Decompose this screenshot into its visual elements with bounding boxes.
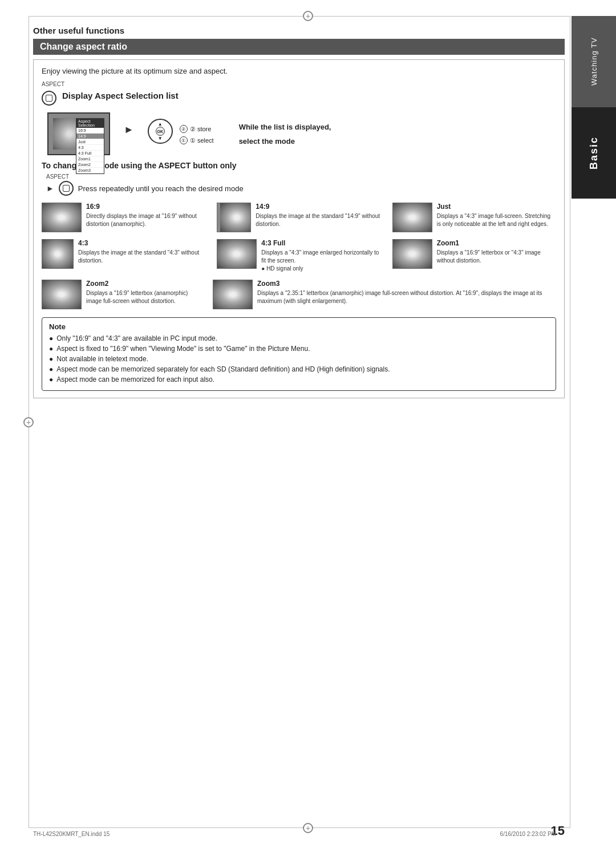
- mode-info-zoom3: Zoom3 Displays a "2.35:1" letterbox (ana…: [257, 280, 556, 305]
- mode-thumb-169: [42, 203, 82, 232]
- mode-desc-149: Displays the image at the standard "14:9…: [256, 212, 380, 228]
- menu-item-169: 16:9: [76, 128, 104, 134]
- page-border-bottom: [29, 827, 570, 828]
- footer-right: 6/16/2010 2:23:02 PM: [500, 831, 556, 837]
- intro-text: Enjoy viewing the picture at its optimum…: [42, 67, 556, 75]
- aspect-button-icon: [42, 91, 56, 106]
- mode-thumb-zoom2: [42, 280, 82, 309]
- mode-name-zoom1: Zoom1: [437, 239, 556, 247]
- mode-desc-43full: Displays a "4:3" image enlarged horizont…: [261, 249, 380, 273]
- ok-button: OK: [156, 127, 165, 136]
- arrow-right-icon: ►: [46, 184, 54, 193]
- store-circle: ②: [180, 125, 188, 133]
- note-item-5: ● Aspect mode can be memorized for each …: [49, 375, 549, 383]
- aspect-button-icon-2: [59, 181, 74, 196]
- mode-thumb-zoom3: [213, 280, 253, 309]
- mode-item-zoom1: Zoom1 Displays a "16:9" letterbox or "4:…: [392, 239, 556, 273]
- mode-name-149: 14:9: [256, 203, 380, 211]
- footer-left: TH-L42S20KMRT_EN.indd 15: [33, 831, 110, 837]
- zoom-row: Zoom2 Displays a "16:9" letterbox (anamo…: [42, 280, 556, 309]
- aspect-button-section: To change the mode using the ASPECT butt…: [42, 161, 556, 196]
- mode-info-43: 4:3 Displays the image at the standard "…: [78, 239, 205, 265]
- display-heading: Display Aspect Selection list: [62, 91, 179, 100]
- mode-thumb-zoom1: [392, 239, 432, 269]
- note-item-2: ● Aspect is fixed to "16:9" when "Viewin…: [49, 345, 549, 353]
- mode-info-149: 14:9 Displays the image at the standard …: [256, 203, 380, 228]
- change-aspect-ratio-banner: Change aspect ratio: [33, 39, 565, 55]
- mode-desc-zoom1: Displays a "16:9" letterbox or "4:3" ima…: [437, 249, 556, 265]
- press-repeat-row: ► Press repeatedly until you reach the d…: [46, 181, 556, 196]
- mode-desc-just: Displays a "4:3" image full-screen. Stre…: [437, 212, 556, 228]
- mode-name-zoom3: Zoom3: [257, 280, 556, 288]
- mode-name-169: 16:9: [86, 203, 205, 211]
- right-sidebar: Watching TV Basic: [572, 16, 616, 828]
- compass-bottom-icon: [303, 823, 313, 833]
- mode-item-zoom3: Zoom3 Displays a "2.35:1" letterbox (ana…: [213, 280, 556, 309]
- mode-thumb-43full: [217, 239, 257, 269]
- press-repeat-text: Press repeatedly until you reach the des…: [78, 184, 244, 193]
- note-text-5: Aspect mode can be memorized for each in…: [56, 375, 214, 383]
- note-item-3: ● Not available in teletext mode.: [49, 355, 549, 363]
- bullet-5: ●: [49, 375, 53, 383]
- mode-desc-43: Displays the image at the standard "4:3"…: [78, 249, 205, 265]
- mode-name-43full: 4:3 Full: [261, 239, 380, 247]
- menu-item-43full: 4:3 Full: [76, 151, 104, 156]
- basic-label: Basic: [572, 107, 616, 199]
- select-label: ① select: [190, 137, 214, 144]
- mode-item-149: 14:9 Displays the image at the standard …: [217, 203, 380, 232]
- mode-item-just: Just Displays a "4:3" image full-screen.…: [392, 203, 556, 232]
- mode-desc-zoom3: Displays a "2.35:1" letterbox (anamorphi…: [257, 289, 556, 305]
- content-box: Enjoy viewing the picture at its optimum…: [33, 59, 565, 398]
- note-text-3: Not available in teletext mode.: [56, 355, 148, 363]
- menu-item-just: Just: [76, 139, 104, 145]
- mode-item-169: 16:9 Directly displays the image at "16:…: [42, 203, 205, 232]
- mode-item-zoom2: Zoom2 Displays a "16:9" letterbox (anamo…: [42, 280, 201, 309]
- mode-item-43full: 4:3 Full Displays a "4:3" image enlarged…: [217, 239, 380, 273]
- mode-name-just: Just: [437, 203, 556, 211]
- select-label-row: ① ① select: [180, 136, 214, 144]
- page-border-right: [570, 16, 570, 828]
- mode-thumb-43: [42, 239, 74, 269]
- aspect-label-2: ASPECT: [46, 173, 556, 180]
- menu-header: Aspect Selection: [76, 119, 104, 128]
- note-text-4: Aspect mode can be memorized separately …: [56, 365, 390, 373]
- store-label: ② store: [190, 126, 212, 133]
- while-list-text: While the list is displayed,: [239, 123, 331, 131]
- right-arrow: ►: [124, 124, 134, 136]
- watching-tv-label: Watching TV: [572, 16, 616, 107]
- mode-desc-169: Directly displays the image at "16:9" wi…: [86, 212, 205, 228]
- menu-item-zoom3: Zoom3: [76, 168, 104, 173]
- mode-info-43full: 4:3 Full Displays a "4:3" image enlarged…: [261, 239, 380, 273]
- note-text-1: Only "16:9" and "4:3" are available in P…: [56, 334, 217, 342]
- menu-item-149-selected: 14:9: [76, 134, 104, 139]
- mode-thumb-just: [392, 203, 432, 232]
- mode-name-zoom2: Zoom2: [86, 280, 201, 288]
- bullet-4: ●: [49, 365, 53, 373]
- mode-name-43: 4:3: [78, 239, 205, 247]
- mode-info-zoom2: Zoom2 Displays a "16:9" letterbox (anamo…: [86, 280, 201, 305]
- compass-left-icon: [23, 417, 34, 427]
- mode-info-just: Just Displays a "4:3" image full-screen.…: [437, 203, 556, 228]
- mode-thumb-149: [217, 203, 251, 232]
- mode-info-zoom1: Zoom1 Displays a "16:9" letterbox or "4:…: [437, 239, 556, 265]
- mode-info-169: 16:9 Directly displays the image at "16:…: [86, 203, 205, 228]
- note-section: Note ● Only "16:9" and "4:3" are availab…: [42, 317, 556, 391]
- note-item-1: ● Only "16:9" and "4:3" are available in…: [49, 334, 549, 342]
- modes-grid: 16:9 Directly displays the image at "16:…: [42, 203, 556, 273]
- mode-item-43: 4:3 Displays the image at the standard "…: [42, 239, 205, 273]
- page-border-top: [29, 16, 570, 17]
- main-content: Other useful functions Change aspect rat…: [33, 20, 565, 822]
- note-item-4: ● Aspect mode can be memorized separatel…: [49, 365, 549, 373]
- aspect-selection-menu: Aspect Selection 16:9 14:9 Just 4:3 4:3 …: [76, 118, 104, 174]
- menu-item-43: 4:3: [76, 145, 104, 151]
- store-label-row: ② ② store: [180, 125, 214, 133]
- select-circle: ①: [180, 136, 188, 144]
- menu-item-zoom1: Zoom1: [76, 156, 104, 162]
- bullet-1: ●: [49, 334, 53, 342]
- tv-preview: Aspect Selection 16:9 14:9 Just 4:3 4:3 …: [47, 112, 110, 155]
- bullet-3: ●: [49, 355, 53, 363]
- store-select-labels: ② ② store ① ① select: [180, 125, 214, 144]
- note-title: Note: [49, 322, 549, 331]
- menu-item-zoom2: Zoom2: [76, 162, 104, 168]
- bullet-2: ●: [49, 345, 53, 353]
